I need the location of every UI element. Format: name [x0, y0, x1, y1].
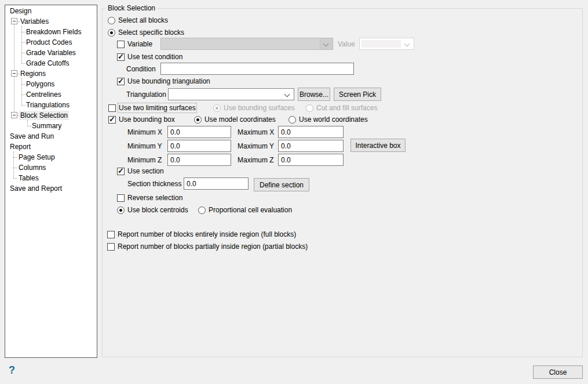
tree-item-label: Columns: [17, 163, 47, 172]
radio-icon[interactable]: [117, 207, 125, 214]
minimum-x-input[interactable]: [167, 126, 231, 138]
checkbox-use-section[interactable]: Use section: [117, 165, 164, 177]
groupbox-title: Block Selection: [105, 4, 158, 12]
tree-item-grade-cutoffs[interactable]: Grade Cutoffs: [5, 59, 96, 68]
checkbox-use-bounding-triangulation[interactable]: Use bounding triangulation: [117, 75, 210, 87]
maximum-x-row: Maximum X: [238, 126, 344, 138]
checkbox-reverse-selection[interactable]: Reverse selection: [117, 192, 182, 204]
section-thickness-row: Section thickness: [127, 177, 249, 190]
checkbox-label: Reverse selection: [127, 194, 182, 202]
checkbox-label: Use test condition: [127, 53, 182, 61]
tree-item-summary[interactable]: Summary: [5, 121, 96, 131]
radio-icon: [306, 104, 313, 112]
checkbox-report-full-blocks[interactable]: Report number of blocks entirely inside …: [107, 229, 296, 240]
radio-select-all-blocks[interactable]: Select all blocks: [108, 15, 168, 26]
chevron-down-icon: [404, 41, 410, 47]
tree-item-label: Design: [9, 6, 32, 16]
tree-item-label: Save and Run: [9, 132, 55, 141]
checkbox-icon[interactable]: [117, 41, 125, 48]
radio-use-world-coordinates[interactable]: Use world coordinates: [288, 114, 368, 125]
tree-item-design[interactable]: Design: [5, 6, 96, 16]
checkbox-icon[interactable]: [117, 78, 125, 85]
tree-item-label: Polygons: [25, 79, 56, 89]
checkbox-icon[interactable]: [108, 116, 116, 124]
tree-item-label: Product Codes: [25, 38, 73, 47]
section-thickness-input[interactable]: [184, 177, 249, 190]
checkbox-icon[interactable]: [107, 243, 115, 251]
maximum-x-input[interactable]: [278, 126, 344, 138]
tree-item-grade-variables[interactable]: Grade Variables: [5, 48, 96, 57]
chevron-down-icon: [284, 92, 290, 97]
tree-item-regions[interactable]: Regions: [5, 69, 96, 78]
tree-item-polygons[interactable]: Polygons: [5, 79, 96, 89]
section-thickness-label: Section thickness: [127, 180, 180, 188]
minimum-y-row: Minimum Y: [127, 140, 231, 152]
radio-label: Use model coordinates: [204, 115, 276, 124]
tree-item-save-and-run[interactable]: Save and Run: [5, 132, 96, 141]
condition-label: Condition: [126, 65, 158, 73]
maximum-z-input[interactable]: [278, 154, 344, 166]
minimum-y-input[interactable]: [167, 140, 231, 152]
minimum-y-label: Minimum Y: [127, 142, 164, 150]
close-button[interactable]: Close: [533, 365, 583, 379]
radio-label: Use bounding surfaces: [224, 104, 295, 112]
collapse-minus-icon[interactable]: [11, 18, 17, 24]
tree-item-label: Report: [9, 142, 32, 151]
help-icon[interactable]: ?: [9, 364, 15, 376]
navigation-tree: Design Variables Breakdown Fields Produc…: [5, 5, 97, 358]
tree-item-triangulations[interactable]: Triangulations: [5, 100, 96, 110]
radio-use-block-centroids[interactable]: Use block centroids: [117, 204, 188, 216]
tree-item-breakdown-fields[interactable]: Breakdown Fields: [5, 27, 96, 37]
checkbox-icon[interactable]: [108, 104, 116, 112]
maximum-y-input[interactable]: [278, 140, 344, 152]
radio-icon[interactable]: [194, 116, 202, 124]
checkbox-variable[interactable]: Variable: [117, 38, 152, 50]
checkbox-icon[interactable]: [117, 53, 125, 61]
checkbox-icon[interactable]: [107, 231, 115, 238]
radio-icon: [213, 104, 221, 112]
checkbox-icon[interactable]: [117, 194, 125, 202]
tree-item-label: Summary: [31, 121, 63, 131]
browse-button[interactable]: Browse...: [298, 88, 330, 101]
tree-item-label: Save and Report: [9, 184, 63, 193]
checkbox-label: Report number of blocks entirely inside …: [118, 230, 296, 238]
minimum-z-label: Minimum Z: [127, 156, 164, 164]
checkbox-icon[interactable]: [117, 168, 125, 175]
checkbox-use-bounding-box[interactable]: Use bounding box: [108, 114, 175, 125]
checkbox-use-test-condition[interactable]: Use test condition: [117, 51, 182, 63]
screen-pick-button[interactable]: Screen Pick: [334, 88, 381, 101]
tree-item-variables[interactable]: Variables: [5, 17, 96, 26]
tree-item-save-and-report[interactable]: Save and Report: [5, 184, 96, 193]
minimum-z-input[interactable]: [167, 154, 231, 166]
condition-input[interactable]: [160, 63, 354, 75]
triangulation-dropdown[interactable]: [168, 88, 294, 100]
tree-item-tables[interactable]: Tables: [5, 173, 96, 183]
radio-proportional-cell-evaluation[interactable]: Proportional cell evaluation: [198, 204, 292, 216]
define-section-button[interactable]: Define section: [254, 178, 309, 191]
tree-item-centrelines[interactable]: Centrelines: [5, 90, 96, 99]
radio-icon[interactable]: [198, 207, 206, 214]
maximum-y-label: Maximum Y: [238, 142, 275, 150]
radio-select-specific-blocks[interactable]: Select specific blocks: [108, 27, 184, 38]
tree-item-report[interactable]: Report: [5, 142, 96, 151]
radio-icon[interactable]: [108, 29, 115, 37]
tree-item-label: Grade Cutoffs: [25, 59, 70, 68]
radio-label: Use world coordinates: [299, 115, 368, 124]
radio-use-model-coordinates[interactable]: Use model coordinates: [194, 114, 276, 125]
radio-icon[interactable]: [108, 17, 115, 24]
checkbox-report-partial-blocks[interactable]: Report number of blocks partially inside…: [107, 241, 308, 252]
radio-label: Select specific blocks: [118, 28, 184, 37]
interactive-box-button[interactable]: Interactive box: [350, 139, 406, 152]
tree-item-label: Breakdown Fields: [25, 27, 82, 37]
value-label: Value: [338, 40, 355, 48]
tree-item-columns[interactable]: Columns: [5, 163, 96, 172]
tree-item-label: Page Setup: [17, 153, 56, 162]
collapse-minus-icon[interactable]: [11, 112, 17, 118]
tree-item-block-selection[interactable]: Block Selection: [5, 111, 96, 120]
radio-icon[interactable]: [288, 116, 296, 124]
checkbox-use-two-limiting-surfaces[interactable]: Use two limiting surfaces: [108, 102, 196, 114]
collapse-minus-icon[interactable]: [11, 70, 17, 77]
tree-item-product-codes[interactable]: Product Codes: [5, 38, 96, 47]
checkbox-label: Variable: [127, 40, 152, 48]
tree-item-page-setup[interactable]: Page Setup: [5, 153, 96, 162]
